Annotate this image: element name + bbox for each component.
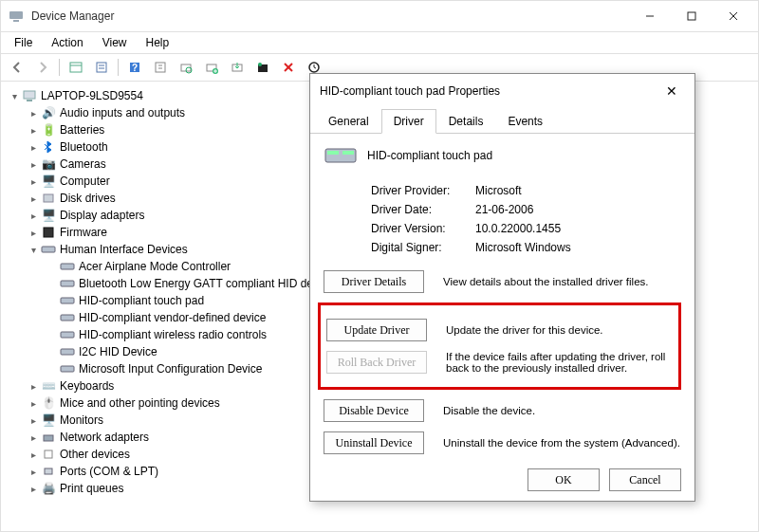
chevron-right-icon[interactable]: ▸	[28, 432, 39, 443]
chevron-right-icon[interactable]: ▸	[28, 176, 39, 187]
close-button[interactable]	[713, 1, 754, 31]
svg-rect-39	[61, 366, 74, 372]
minimize-button[interactable]	[629, 1, 671, 31]
tree-label: Computer	[60, 174, 110, 188]
chevron-right-icon[interactable]: ▸	[28, 398, 39, 409]
disable-device-button[interactable]: Disable Device	[324, 399, 424, 422]
chevron-down-icon[interactable]: ▾	[9, 91, 20, 101]
chevron-right-icon[interactable]: ▸	[28, 108, 39, 119]
driver-details-row: Driver Details View details about the in…	[324, 270, 681, 293]
driver-info: Driver Provider:Microsoft Driver Date:21…	[371, 181, 681, 257]
tree-label: Other devices	[60, 448, 130, 461]
tab-general[interactable]: General	[316, 109, 381, 134]
chevron-right-icon[interactable]: ▸	[28, 449, 39, 460]
toolbar-help-icon[interactable]: ?	[122, 56, 147, 79]
tree-label: Human Interface Devices	[60, 243, 188, 256]
svg-rect-38	[61, 349, 74, 355]
toolbar-add-legacy-icon[interactable]	[199, 56, 224, 79]
chevron-right-icon[interactable]: ▸	[28, 193, 39, 204]
menu-file[interactable]: File	[5, 34, 42, 51]
window-title: Device Manager	[31, 9, 629, 23]
chevron-right-icon[interactable]: ▸	[28, 211, 39, 221]
toolbar-forward-icon[interactable]	[30, 56, 55, 79]
computer-icon: 🖥️	[41, 174, 56, 189]
toolbar-show-hidden-icon[interactable]	[64, 56, 88, 79]
uninstall-device-button[interactable]: Uninstall Device	[324, 431, 424, 454]
tree-label: I2C HID Device	[79, 345, 157, 358]
properties-dialog: HID-compliant touch pad Properties ✕ Gen…	[309, 73, 695, 502]
mouse-icon: 🖱️	[41, 395, 56, 411]
driver-provider-value: Microsoft	[475, 184, 522, 197]
dialog-close-button[interactable]: ✕	[658, 78, 685, 104]
svg-rect-31	[44, 228, 53, 237]
update-driver-button[interactable]: Update Driver	[326, 319, 427, 341]
keyboard-icon: ⌨️	[41, 378, 56, 394]
printer-icon: 🖨️	[41, 481, 56, 496]
chevron-right-icon[interactable]: ▸	[28, 228, 39, 238]
chevron-down-icon[interactable]: ▾	[28, 245, 39, 255]
driver-version-value: 10.0.22000.1455	[475, 222, 561, 235]
svg-text:?: ?	[132, 63, 138, 73]
driver-date-label: Driver Date:	[371, 203, 475, 216]
svg-rect-42	[45, 468, 52, 474]
chevron-right-icon[interactable]: ▸	[28, 125, 39, 136]
chevron-right-icon[interactable]: ▸	[28, 381, 39, 392]
device-manager-window: Device Manager File Action View Help ? ▾…	[0, 0, 759, 532]
toolbar-update-icon[interactable]	[225, 56, 250, 79]
menubar: File Action View Help	[1, 32, 758, 53]
svg-rect-29	[27, 100, 32, 101]
tree-label: Display adapters	[60, 209, 144, 222]
toolbar-action-icon[interactable]	[148, 56, 173, 79]
toolbar-uninstall-icon[interactable]	[250, 56, 275, 79]
tree-label: HID-compliant vendor-defined device	[79, 311, 266, 324]
driver-version-label: Driver Version:	[371, 222, 475, 235]
svg-rect-28	[24, 91, 35, 99]
tree-label: Cameras	[60, 157, 106, 171]
chevron-right-icon[interactable]: ▸	[28, 484, 39, 494]
hid-icon	[60, 361, 75, 376]
uninstall-device-desc: Uninstall the device from the system (Ad…	[443, 437, 681, 449]
display-icon: 🖥️	[41, 208, 56, 223]
digital-signer-label: Digital Signer:	[371, 241, 475, 254]
ok-button[interactable]: OK	[528, 468, 600, 491]
tab-details[interactable]: Details	[436, 109, 496, 134]
tree-label: Ports (COM & LPT)	[60, 465, 158, 478]
cancel-button[interactable]: Cancel	[609, 468, 681, 491]
svg-rect-32	[42, 247, 55, 252]
driver-details-button[interactable]: Driver Details	[324, 270, 424, 293]
svg-rect-37	[61, 332, 74, 338]
tab-driver[interactable]: Driver	[381, 109, 436, 134]
svg-rect-36	[61, 315, 74, 321]
update-driver-row: Update Driver Update the driver for this…	[326, 319, 673, 341]
disable-device-row: Disable Device Disable the device.	[324, 399, 681, 422]
dialog-body: HID-compliant touch pad Driver Provider:…	[310, 134, 694, 473]
toolbar-properties-icon[interactable]	[89, 56, 114, 79]
disk-icon	[41, 191, 56, 206]
tree-label: Disk drives	[60, 192, 116, 205]
chevron-right-icon[interactable]: ▸	[28, 159, 39, 170]
hid-icon	[60, 310, 75, 325]
chevron-right-icon[interactable]: ▸	[28, 467, 39, 477]
tree-label: Firmware	[60, 226, 107, 239]
menu-view[interactable]: View	[93, 34, 137, 51]
toolbar-scan-icon[interactable]	[174, 56, 198, 79]
tree-label: Microsoft Input Configuration Device	[79, 362, 262, 376]
menu-help[interactable]: Help	[137, 34, 179, 51]
driver-details-desc: View details about the installed driver …	[443, 276, 681, 287]
toolbar-back-icon[interactable]	[5, 56, 29, 79]
dialog-tabs: General Driver Details Events	[310, 108, 694, 134]
tree-label: Bluetooth Low Energy GATT compliant HID …	[79, 277, 313, 290]
hid-icon	[60, 293, 75, 308]
svg-rect-34	[61, 281, 74, 286]
chevron-right-icon[interactable]: ▸	[28, 415, 39, 426]
toolbar-separator	[118, 59, 119, 76]
toolbar-delete-icon[interactable]	[276, 56, 301, 79]
maximize-button[interactable]	[671, 1, 713, 31]
update-driver-desc: Update the driver for this device.	[446, 324, 673, 336]
chevron-right-icon[interactable]: ▸	[28, 142, 39, 153]
titlebar: Device Manager	[1, 1, 758, 32]
hid-icon	[60, 344, 75, 359]
svg-rect-1	[13, 20, 19, 22]
menu-action[interactable]: Action	[42, 34, 92, 51]
tab-events[interactable]: Events	[495, 109, 555, 134]
